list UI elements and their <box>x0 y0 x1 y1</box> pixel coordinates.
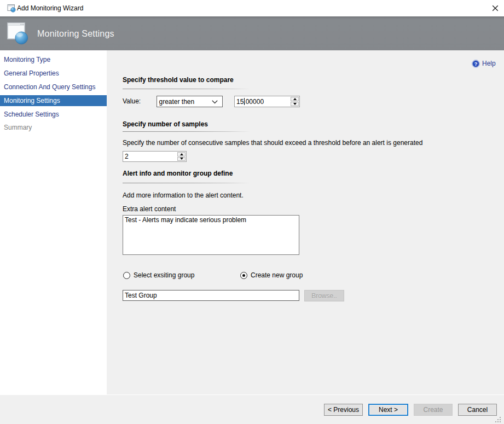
text-caret <box>244 98 245 105</box>
chevron-down-icon <box>212 100 218 104</box>
arrow-up-icon <box>293 98 297 100</box>
sidebar-item-connection-and-query-settings[interactable]: Connection And Query Settings <box>0 82 107 92</box>
previous-button[interactable]: < Previous <box>324 404 363 416</box>
alert-section-rule <box>123 183 250 183</box>
radio-unchecked-icon <box>123 272 130 279</box>
sidebar-item-scheduler-settings[interactable]: Scheduler Settings <box>0 109 107 120</box>
wizard-window-icon <box>7 4 16 13</box>
arrow-down-icon <box>180 158 183 160</box>
alert-description: Add more information to the alert conten… <box>123 191 244 199</box>
select-existing-group-label: Select exsiting group <box>134 271 194 279</box>
sidebar-item-monitoring-settings[interactable]: Monitoring Settings <box>0 95 107 106</box>
threshold-section-heading: Specify threshold value to compare <box>123 76 234 84</box>
browse-button-label: Browse.. <box>311 292 337 300</box>
create-button: Create <box>414 404 453 416</box>
help-link[interactable]: ? Help <box>472 59 496 68</box>
arrow-up-icon <box>180 153 183 155</box>
spin-down-button[interactable] <box>291 102 299 106</box>
samples-count-input[interactable]: 2 <box>123 151 187 162</box>
radio-checked-icon <box>240 272 247 279</box>
create-new-group-radio[interactable]: Create new group <box>240 271 303 279</box>
cancel-button[interactable]: Cancel <box>458 404 497 416</box>
help-icon: ? <box>472 60 480 68</box>
extra-alert-content-textarea[interactable]: Test - Alerts may indicate serious probl… <box>123 215 299 255</box>
browse-button: Browse.. <box>304 290 344 301</box>
window-titlebar: Add Monitoring Wizard <box>0 0 504 16</box>
select-existing-group-radio[interactable]: Select exsiting group <box>123 271 194 279</box>
wizard-step-title: Monitoring Settings <box>37 16 114 50</box>
alert-section-heading: Alert info and monitor group define <box>123 170 233 177</box>
samples-section-heading: Specify number of samples <box>123 120 208 128</box>
spin-up-button[interactable] <box>291 97 299 101</box>
spin-up-button[interactable] <box>177 152 186 156</box>
operator-dropdown[interactable]: greater then <box>157 96 223 107</box>
sidebar-item-monitoring-type[interactable]: Monitoring Type <box>0 55 107 66</box>
arrow-down-icon <box>293 103 297 105</box>
next-button[interactable]: Next > <box>368 404 408 416</box>
svg-text:?: ? <box>474 61 478 66</box>
sidebar-item-summary: Summary <box>0 122 107 133</box>
samples-count-text: 2 <box>125 152 177 161</box>
wizard-footer: < Previous Next > Create Cancel <box>0 394 504 424</box>
resize-grip-icon[interactable] <box>495 416 501 423</box>
operator-selected-value: greater then <box>159 98 195 106</box>
wizard-header-band: Monitoring Settings <box>0 16 504 50</box>
help-label: Help <box>482 60 496 67</box>
threshold-value-input[interactable]: 15.00000 <box>234 96 300 107</box>
value-label: Value: <box>123 97 141 105</box>
wizard-steps-sidebar: Monitoring Type General Properties Conne… <box>0 50 107 394</box>
close-icon[interactable] <box>491 4 500 13</box>
threshold-section-rule <box>123 89 250 89</box>
monitoring-settings-icon <box>7 21 28 46</box>
group-name-value: Test Group <box>125 292 157 299</box>
samples-section-rule <box>123 131 250 132</box>
samples-spinner <box>177 152 186 161</box>
sidebar-item-general-properties[interactable]: General Properties <box>0 68 107 79</box>
samples-description: Specify the number of consecutive sample… <box>123 139 422 147</box>
window-title: Add Monitoring Wizard <box>17 0 83 16</box>
create-new-group-label: Create new group <box>251 271 303 279</box>
wizard-page-content: ? Help Specify threshold value to compar… <box>107 50 504 394</box>
extra-alert-content-label: Extra alert content <box>123 205 176 213</box>
threshold-spinner <box>291 97 299 106</box>
group-name-input[interactable]: Test Group <box>123 290 299 301</box>
spin-down-button[interactable] <box>177 157 186 161</box>
